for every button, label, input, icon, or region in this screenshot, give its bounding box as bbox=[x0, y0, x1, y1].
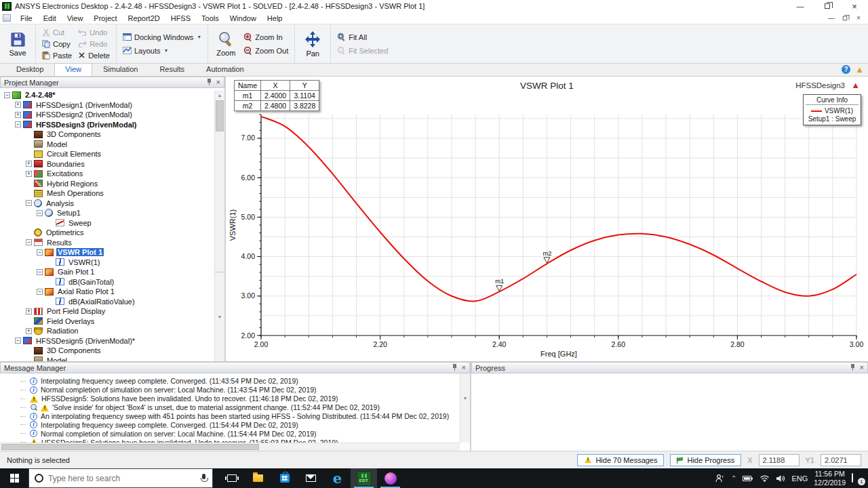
tree-item-db-gaintotal[interactable]: dB(GainTotal) bbox=[0, 277, 224, 287]
child-minimize-button[interactable]: — bbox=[826, 14, 837, 22]
pin-icon[interactable] bbox=[206, 79, 212, 86]
tree-item-hfssdesign5-drivenmodal[interactable]: −HFSSDesign5 (DrivenModal)* bbox=[0, 336, 224, 346]
volume-icon[interactable] bbox=[776, 474, 785, 483]
tree-item-circuit-elements[interactable]: Circuit Elements bbox=[0, 149, 224, 159]
project-tree-scrollbar[interactable]: ▲ ▼ bbox=[214, 90, 224, 361]
edge-button[interactable]: e bbox=[324, 468, 351, 488]
collapse-icon[interactable]: − bbox=[4, 92, 10, 98]
report-window[interactable]: 2.002.202.402.602.803.002.003.004.005.00… bbox=[226, 77, 868, 361]
expand-icon[interactable]: + bbox=[26, 161, 32, 167]
collapse-icon[interactable]: − bbox=[37, 269, 43, 275]
collapse-icon[interactable]: − bbox=[26, 239, 32, 245]
tree-item-hfssdesign1-drivenmodal[interactable]: +HFSSDesign1 (DrivenModal) bbox=[0, 100, 224, 110]
microsoft-store-button[interactable] bbox=[271, 468, 298, 488]
tree-item-hfssdesign3-drivenmodal[interactable]: −HFSSDesign3 (DrivenModal) bbox=[0, 120, 224, 130]
hide-messages-button[interactable]: Hide 70 Messages bbox=[577, 454, 664, 466]
pin-icon[interactable] bbox=[850, 364, 856, 371]
close-button[interactable]: × bbox=[841, 0, 868, 12]
tree-item-mesh-operations[interactable]: Mesh Operations bbox=[0, 188, 224, 199]
message-hscrollbar[interactable] bbox=[0, 443, 460, 451]
tab-results[interactable]: Results bbox=[149, 63, 195, 76]
taskbar-search[interactable] bbox=[28, 468, 213, 488]
people-icon[interactable] bbox=[715, 474, 725, 483]
close-panel-icon[interactable]: × bbox=[216, 79, 220, 86]
file-explorer-button[interactable] bbox=[245, 468, 271, 488]
zoom-out-button[interactable]: Zoom Out bbox=[242, 45, 290, 56]
ansys-edt-button[interactable]: EDT bbox=[351, 468, 377, 488]
layouts-dropdown[interactable]: Layouts▼ bbox=[121, 45, 203, 56]
scroll-up-icon[interactable]: ▲ bbox=[215, 90, 224, 100]
collapse-icon[interactable]: − bbox=[15, 338, 21, 344]
tree-item-port-field-display[interactable]: +Port Field Display bbox=[0, 306, 224, 317]
tab-automation[interactable]: Automation bbox=[195, 63, 255, 76]
pan-button[interactable]: Pan bbox=[300, 29, 326, 59]
undo-button[interactable]: Undo bbox=[77, 27, 111, 37]
message-item[interactable]: iNormal completion of simulation on serv… bbox=[20, 429, 470, 438]
expand-icon[interactable]: + bbox=[26, 308, 32, 314]
scrollbar-thumb[interactable] bbox=[216, 100, 224, 131]
tree-item-db-axialratiovalue[interactable]: dB(AxialRatioValue) bbox=[0, 297, 224, 307]
delete-button[interactable]: Delete bbox=[77, 50, 111, 60]
close-panel-icon[interactable]: × bbox=[462, 364, 466, 371]
copy-button[interactable]: Copy bbox=[41, 39, 73, 49]
save-button[interactable]: Save bbox=[5, 30, 31, 58]
child-close-button[interactable]: × bbox=[853, 14, 864, 22]
taskbar-clock[interactable]: 11:56 PM 12/2/2019 bbox=[814, 470, 846, 487]
action-center-button[interactable]: 1 bbox=[852, 474, 863, 483]
zoom-button[interactable]: Zoom bbox=[213, 30, 239, 58]
tab-view[interactable]: View bbox=[54, 63, 92, 76]
mdi-child-icon[interactable] bbox=[3, 14, 11, 22]
menu-file[interactable]: File bbox=[15, 13, 38, 24]
menu-hfss[interactable]: HFSS bbox=[165, 13, 196, 24]
tree-item-2-4-2-48[interactable]: −2.4-2.48* bbox=[0, 90, 224, 100]
message-scrollbar[interactable]: ▲ ▼ bbox=[460, 373, 470, 443]
expand-icon[interactable]: + bbox=[26, 328, 32, 334]
menu-edit[interactable]: Edit bbox=[38, 13, 62, 24]
show-hidden-icons-icon[interactable]: ⌃ bbox=[731, 474, 736, 482]
tab-simulation[interactable]: Simulation bbox=[92, 63, 149, 76]
scroll-down-icon[interactable]: ▼ bbox=[215, 272, 224, 361]
tree-item-boundaries[interactable]: +Boundaries bbox=[0, 159, 224, 169]
tree-item-model[interactable]: Model bbox=[0, 140, 224, 150]
close-panel-icon[interactable]: × bbox=[860, 364, 864, 371]
zoom-in-button[interactable]: Zoom In bbox=[242, 32, 290, 42]
expand-icon[interactable]: + bbox=[26, 171, 32, 177]
collapse-icon[interactable]: − bbox=[37, 289, 43, 295]
collapse-icon[interactable]: − bbox=[15, 121, 21, 127]
message-item[interactable]: iAn interpolating frequency sweep with 4… bbox=[20, 412, 470, 421]
y-coordinate-field[interactable]: 2.0271 bbox=[821, 454, 861, 466]
fit-all-button[interactable]: Fit All bbox=[336, 32, 389, 42]
scrollbar-thumb[interactable] bbox=[1, 444, 259, 450]
menu-help[interactable]: Help bbox=[262, 13, 288, 24]
tree-item-results[interactable]: −Results bbox=[0, 238, 224, 248]
message-item[interactable]: iInterpolating frequency sweep complete.… bbox=[20, 420, 470, 429]
collapse-icon[interactable]: − bbox=[37, 249, 43, 256]
minimize-button[interactable]: — bbox=[787, 0, 814, 12]
battery-icon[interactable] bbox=[743, 475, 753, 482]
mail-button[interactable] bbox=[298, 468, 324, 488]
message-item[interactable]: HFSSDesign5: Solutions have been invalid… bbox=[20, 394, 470, 403]
message-item[interactable]: iNormal completion of simulation on serv… bbox=[20, 386, 470, 394]
tree-item-hybrid-regions[interactable]: Hybrid Regions bbox=[0, 179, 224, 189]
tree-item-optimetrics[interactable]: Optimetrics bbox=[0, 228, 224, 238]
language-indicator[interactable]: ENG bbox=[791, 474, 808, 483]
tree-item-hfssdesign2-drivenmodal[interactable]: +HFSSDesign2 (DrivenModal) bbox=[0, 110, 224, 120]
x-coordinate-field[interactable]: 2.1188 bbox=[759, 454, 800, 466]
tree-item-gain-plot-1[interactable]: −Gain Plot 1 bbox=[0, 267, 224, 277]
menu-tools[interactable]: Tools bbox=[196, 13, 224, 24]
hide-progress-button[interactable]: Hide Progress bbox=[670, 454, 741, 466]
menu-view[interactable]: View bbox=[62, 13, 89, 24]
microphone-icon[interactable] bbox=[201, 474, 207, 483]
tree-item-excitations[interactable]: +Excitations bbox=[0, 169, 224, 179]
start-button[interactable] bbox=[0, 468, 28, 488]
curve-info-legend[interactable]: Curve Info VSWR(1) Setup1 : Sweep bbox=[803, 94, 861, 125]
photos-button[interactable] bbox=[377, 468, 403, 488]
menu-project[interactable]: Project bbox=[88, 13, 122, 24]
menu-window[interactable]: Window bbox=[224, 13, 262, 24]
fit-selected-button[interactable]: Fit Selected bbox=[336, 45, 389, 56]
collapse-icon[interactable]: − bbox=[26, 200, 32, 206]
tree-item-radiation[interactable]: +Radiation bbox=[0, 326, 224, 336]
tree-item-sweep[interactable]: Sweep bbox=[0, 218, 224, 228]
expand-icon[interactable]: + bbox=[15, 112, 21, 118]
help-icon[interactable]: ? bbox=[842, 65, 850, 74]
